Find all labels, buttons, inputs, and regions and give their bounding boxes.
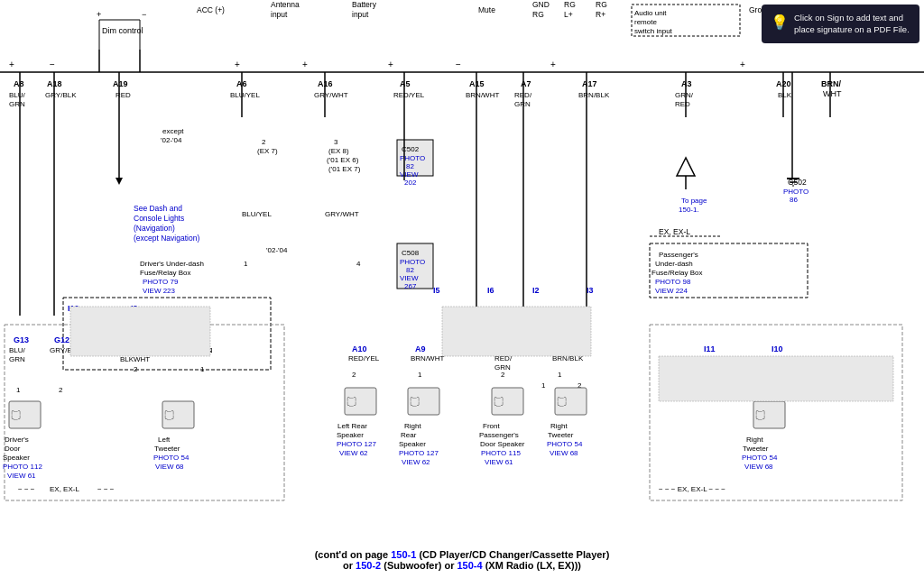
svg-rect-238	[442, 307, 591, 356]
svg-text:A8: A8	[14, 79, 24, 88]
svg-text:PHOTO: PHOTO	[400, 154, 425, 162]
cont-text3: (XM Radio (LX, EX)))	[483, 560, 581, 571]
svg-text:+: +	[97, 10, 101, 19]
svg-text:GRN: GRN	[9, 100, 25, 108]
svg-text:BLU/: BLU/	[9, 91, 26, 99]
svg-text:(EX 8): (EX 8)	[328, 147, 349, 155]
svg-text:ACC (+): ACC (+)	[197, 5, 225, 14]
svg-text:input: input	[271, 10, 288, 19]
svg-text:GRY/BLK: GRY/BLK	[45, 91, 77, 99]
svg-text:PHOTO: PHOTO	[400, 258, 425, 266]
svg-text:Under-dash: Under-dash	[655, 260, 693, 268]
svg-text:I2: I2	[532, 286, 540, 295]
svg-text:switch input: switch input	[634, 27, 673, 35]
svg-text:BLU/YEL: BLU/YEL	[242, 210, 272, 218]
svg-text:PHOTO 127: PHOTO 127	[337, 440, 376, 448]
svg-text:Fuse/Relay Box: Fuse/Relay Box	[140, 269, 190, 277]
svg-text:A5: A5	[400, 79, 411, 88]
svg-text:Tweeter: Tweeter	[743, 445, 769, 453]
svg-text:+: +	[302, 60, 308, 69]
svg-text:82: 82	[406, 162, 414, 170]
diagram-svg: + − Dim control ACC (+) Antenna input Ba…	[0, 0, 924, 578]
svg-text:202: 202	[404, 179, 417, 187]
svg-text:1: 1	[558, 371, 562, 379]
svg-text:4: 4	[356, 260, 361, 268]
svg-text:input: input	[352, 10, 369, 19]
svg-text:VIEW 62: VIEW 62	[402, 458, 430, 466]
svg-text:GND: GND	[532, 0, 550, 9]
svg-text:Fuse/Relay Box: Fuse/Relay Box	[651, 269, 702, 277]
continuation-note: (cont'd on page 150-1 (CD Player/CD Chan…	[315, 549, 610, 571]
svg-text:BRN/: BRN/	[821, 79, 841, 88]
svg-text:EX, EX-L: EX, EX-L	[50, 485, 79, 493]
svg-rect-239	[659, 356, 893, 401]
svg-text:Passenger's: Passenger's	[659, 251, 698, 259]
svg-text:Right: Right	[404, 422, 421, 430]
svg-text:GRN/: GRN/	[675, 91, 694, 99]
svg-rect-164	[492, 388, 523, 415]
svg-text:L+: L+	[564, 10, 573, 19]
svg-rect-167	[555, 388, 587, 415]
tooltip-notification: 💡 Click on Sign to add text and place si…	[762, 5, 919, 43]
link-150-2[interactable]: 150-2	[356, 560, 381, 571]
svg-text:PHOTO 54: PHOTO 54	[153, 454, 189, 462]
cont-or1: or	[343, 560, 356, 571]
svg-text:GRY/WHT: GRY/WHT	[314, 91, 348, 99]
lightbulb-icon: 💡	[771, 13, 789, 32]
svg-text:Driver's: Driver's	[5, 436, 29, 444]
svg-text:82: 82	[406, 266, 414, 274]
svg-text:BLU/: BLU/	[9, 346, 26, 354]
svg-text:Driver's Under-dash: Driver's Under-dash	[140, 260, 204, 268]
svg-text:╰─╯: ╰─╯	[346, 401, 357, 408]
svg-text:╰─╯: ╰─╯	[493, 401, 504, 408]
svg-text:remote: remote	[634, 18, 657, 26]
svg-text:PHOTO: PHOTO	[783, 188, 808, 196]
svg-text:2: 2	[59, 386, 63, 394]
wiring-diagram: + − Dim control ACC (+) Antenna input Ba…	[0, 0, 924, 578]
link-150-1[interactable]: 150-1	[391, 549, 416, 560]
svg-text:PHOTO 115: PHOTO 115	[481, 449, 521, 457]
svg-rect-161	[408, 388, 439, 415]
svg-text:A17: A17	[582, 79, 597, 88]
svg-text:G13: G13	[14, 335, 29, 344]
svg-text:Tweeter: Tweeter	[154, 445, 180, 453]
svg-text:'02-'04: '02-'04	[266, 246, 288, 254]
svg-text:Tweeter: Tweeter	[548, 431, 574, 439]
svg-text:Speaker: Speaker	[337, 431, 364, 439]
svg-text:Antenna: Antenna	[271, 0, 300, 9]
svg-text:BLK: BLK	[120, 355, 134, 363]
svg-text:╭─╮: ╭─╮	[10, 408, 22, 415]
svg-text:Audio unit: Audio unit	[634, 9, 667, 17]
svg-rect-213	[162, 401, 194, 428]
svg-text:Door: Door	[5, 445, 21, 453]
svg-text:except: except	[162, 127, 184, 135]
svg-text:VIEW 223: VIEW 223	[143, 287, 176, 295]
svg-text:Right: Right	[746, 436, 763, 444]
svg-text:+: +	[740, 60, 745, 69]
svg-text:RED/YEL: RED/YEL	[393, 91, 425, 99]
svg-text:RED: RED	[116, 91, 131, 99]
svg-text:G12: G12	[54, 335, 69, 344]
svg-text:PHOTO 98: PHOTO 98	[655, 278, 691, 286]
svg-text:Front: Front	[483, 422, 500, 430]
svg-text:╭─╮: ╭─╮	[409, 394, 420, 401]
svg-text:Console Lights: Console Lights	[134, 214, 184, 223]
svg-text:Rear: Rear	[401, 431, 417, 439]
svg-text:RG: RG	[564, 0, 576, 9]
svg-text:C508: C508	[402, 249, 420, 257]
cont-text2: (Subwoofer) or	[381, 560, 457, 571]
svg-text:1: 1	[244, 260, 248, 268]
svg-text:VIEW 68: VIEW 68	[155, 463, 184, 471]
svg-text:267: 267	[404, 282, 417, 290]
tooltip-text: Click on Sign to add text and place sign…	[794, 12, 910, 36]
link-150-4[interactable]: 150-4	[457, 560, 482, 571]
svg-text:+: +	[550, 60, 556, 69]
svg-text:VIEW 61: VIEW 61	[7, 472, 36, 480]
svg-text:(EX 7): (EX 7)	[257, 147, 278, 155]
svg-text:(Navigation): (Navigation)	[134, 224, 175, 233]
svg-text:Speaker: Speaker	[3, 454, 30, 462]
svg-text:╰─╯: ╰─╯	[409, 401, 420, 408]
svg-text:Dim control: Dim control	[102, 26, 143, 35]
svg-text:−: −	[142, 10, 146, 19]
svg-text:A3: A3	[681, 79, 692, 88]
